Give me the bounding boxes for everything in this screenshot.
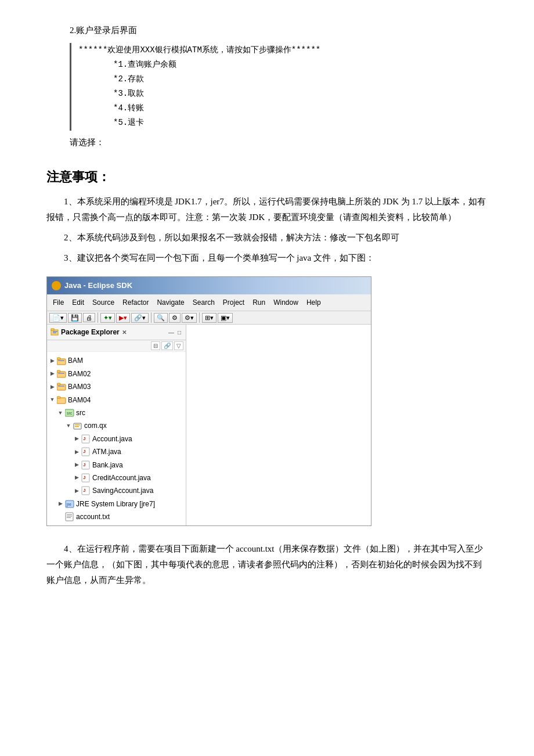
eclipse-title-bar: Java - Eclipse SDK [47, 277, 371, 294]
menu-run[interactable]: Run [249, 296, 269, 309]
arrow-bam: ▶ [49, 357, 55, 365]
package-explorer-panel: Package Explorer ✕ — □ ⊟ 🔗 ▽ [47, 325, 186, 525]
svg-rect-1 [51, 329, 54, 330]
toolbar-sep1 [98, 312, 98, 323]
svg-text:J: J [83, 488, 85, 493]
toolbar-perspective2[interactable]: ▣▾ [218, 313, 233, 323]
toolbar-print[interactable]: 🖨 [83, 313, 95, 322]
toolbar-ref[interactable]: ⚙ [169, 313, 181, 323]
tree-item-bam02[interactable]: ▶ BAM02 [47, 368, 186, 380]
menu-project[interactable]: Project [219, 296, 248, 309]
section-label: 2.账户登录后界面 [70, 23, 488, 38]
atm-screen-box: ******欢迎使用XXX银行模拟ATM系统，请按如下步骤操作****** *1… [70, 43, 488, 131]
svg-rect-18 [75, 424, 80, 426]
menu-navigate[interactable]: Navigate [153, 296, 187, 309]
menu-window[interactable]: Window [270, 296, 302, 309]
tree-item-src[interactable]: ▼ src src [55, 406, 186, 419]
arrow-comqx: ▼ [66, 422, 71, 430]
toolbar-new[interactable]: 📄▾ [49, 313, 67, 323]
svg-text:J: J [83, 436, 85, 441]
tree-label-bam: BAM [68, 355, 83, 366]
java-file-icon-credit: J [81, 473, 91, 483]
panel-maximize-btn[interactable]: □ [176, 327, 182, 337]
tree-item-saving-java[interactable]: ▶ J SavingAccount.java [71, 484, 186, 497]
tree-item-bam[interactable]: ▶ BAM [47, 354, 186, 367]
toolbar-ext[interactable]: 🔗▾ [131, 313, 149, 323]
panel-inner-toolbar: ⊟ 🔗 ▽ [47, 340, 186, 352]
toolbar-perspective[interactable]: ⊞▾ [202, 313, 217, 323]
java-file-icon-saving: J [81, 486, 91, 495]
atm-line2: *1.查询账户余额 [113, 57, 488, 72]
toolbar-sep2 [151, 312, 151, 323]
notice-para4: 4、在运行程序前，需要在项目下面新建一个 account.txt（用来保存数据）… [46, 541, 488, 588]
svg-rect-5 [57, 358, 60, 359]
txt-file-icon [65, 512, 74, 521]
arrow-saving: ▶ [74, 487, 80, 495]
tree-item-credit-java[interactable]: ▶ J CreditAccount.java [71, 471, 186, 484]
src-icon: src [65, 409, 74, 417]
eclipse-logo-icon [52, 281, 61, 290]
java-file-icon-bank: J [81, 460, 91, 470]
toolbar-debug[interactable]: ▶▾ [116, 313, 130, 323]
java-file-icon-atm: J [81, 447, 91, 456]
arrow-jre: ▶ [57, 499, 63, 508]
eclipse-screenshot: Java - Eclipse SDK File Edit Source Refa… [46, 276, 371, 527]
svg-text:jre: jre [66, 502, 71, 507]
eclipse-editor-area [186, 325, 371, 525]
tree-label-credit-java: CreditAccount.java [92, 472, 151, 484]
tree-label-bam03: BAM03 [68, 381, 91, 393]
toolbar-ref2[interactable]: ⚙▾ [182, 313, 197, 323]
svg-rect-34 [67, 516, 72, 517]
notice-para1: 1、本系统采用的编程环境是 JDK1.7，jer7。所以，运行代码需要保持电脑上… [46, 194, 488, 225]
menu-file[interactable]: File [49, 296, 67, 309]
tree-item-jre[interactable]: ▶ jre JRE System Library [jre7] [55, 498, 186, 510]
tree-item-atm-java[interactable]: ▶ J ATM.java [71, 445, 186, 458]
toolbar-search[interactable]: 🔍 [154, 313, 168, 323]
svg-rect-19 [75, 426, 79, 427]
tree-item-bam03[interactable]: ▶ BAM03 [47, 380, 186, 393]
panel-minimize-btn[interactable]: — [167, 327, 175, 337]
svg-rect-32 [66, 513, 73, 521]
notice-heading: 注意事项： [46, 166, 488, 188]
panel-title-text: Package Explorer [61, 326, 120, 338]
tree-label-atm-java: ATM.java [92, 446, 121, 458]
menu-source[interactable]: Source [89, 296, 118, 309]
link-with-editor-btn[interactable]: 🔗 [161, 341, 173, 350]
arrow-account: ▶ [74, 434, 80, 443]
arrow-bank: ▶ [74, 460, 80, 469]
svg-rect-3 [53, 333, 56, 334]
collapse-all-btn[interactable]: ⊟ [151, 341, 160, 350]
tree-item-account-java[interactable]: ▶ J Account.java [71, 433, 186, 445]
menu-edit[interactable]: Edit [68, 296, 88, 309]
svg-text:J: J [83, 462, 85, 467]
toolbar-run[interactable]: ✦▾ [100, 313, 115, 323]
svg-rect-2 [53, 331, 57, 332]
panel-header: Package Explorer ✕ — □ [47, 325, 186, 340]
menu-refactor[interactable]: Refactor [119, 296, 152, 309]
menu-search[interactable]: Search [189, 296, 218, 309]
arrow-bam02: ▶ [49, 369, 55, 378]
svg-text:src: src [67, 411, 73, 415]
view-menu-btn[interactable]: ▽ [174, 341, 183, 350]
notice-para3: 3、建议把各个类写在同一个包下面，且每一个类单独写一个 java 文件，如下图： [46, 250, 488, 266]
package-icon-comqx [73, 422, 82, 430]
panel-tab-indicator: ✕ [122, 327, 127, 337]
tree-item-account-txt[interactable]: account.txt [55, 510, 186, 523]
tree-label-saving-java: SavingAccount.java [92, 485, 153, 496]
toolbar-save[interactable]: 💾 [68, 313, 82, 323]
tree-item-comqx[interactable]: ▼ com.qx [63, 419, 186, 432]
svg-rect-11 [57, 383, 60, 385]
page-content: 2.账户登录后界面 ******欢迎使用XXX银行模拟ATM系统，请按如下步骤操… [46, 23, 488, 588]
tree-item-bam04[interactable]: ▼ BAM04 [47, 394, 186, 406]
arrow-bam03: ▶ [49, 383, 55, 391]
atm-line3: *2.存款 [113, 72, 488, 87]
eclipse-main-area: Package Explorer ✕ — □ ⊟ 🔗 ▽ [47, 325, 371, 525]
folder-icon-bam03 [57, 383, 66, 391]
atm-line6: *5.退卡 [113, 116, 488, 130]
folder-icon-bam [57, 357, 66, 365]
arrow-credit: ▶ [74, 473, 80, 482]
menu-help[interactable]: Help [303, 296, 324, 309]
tree-item-bank-java[interactable]: ▶ J Bank.java [71, 459, 186, 471]
tree-label-jre: JRE System Library [jre7] [76, 498, 155, 510]
tree-label-comqx: com.qx [84, 420, 107, 431]
